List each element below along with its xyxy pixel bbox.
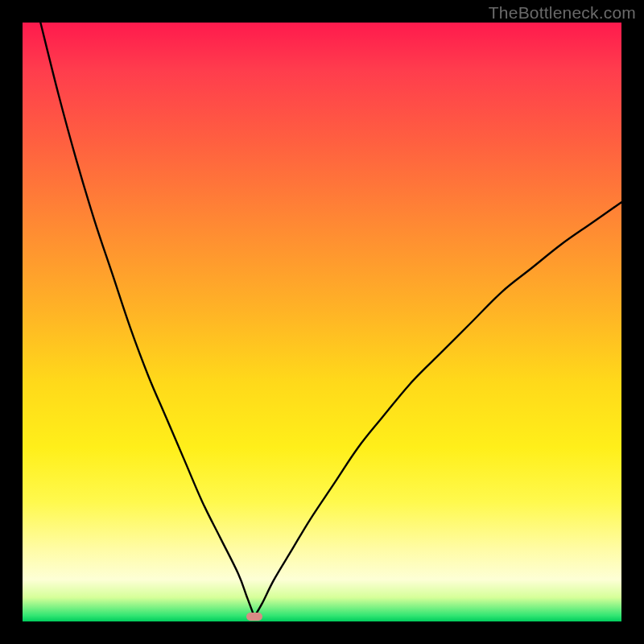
watermark-text: TheBottleneck.com	[489, 3, 636, 23]
curve-svg	[23, 23, 621, 621]
curve-left-branch	[40, 23, 254, 617]
chart-frame: TheBottleneck.com	[0, 0, 644, 644]
plot-area	[23, 23, 621, 621]
curve-right-branch	[254, 202, 621, 617]
minimum-marker	[246, 613, 262, 621]
